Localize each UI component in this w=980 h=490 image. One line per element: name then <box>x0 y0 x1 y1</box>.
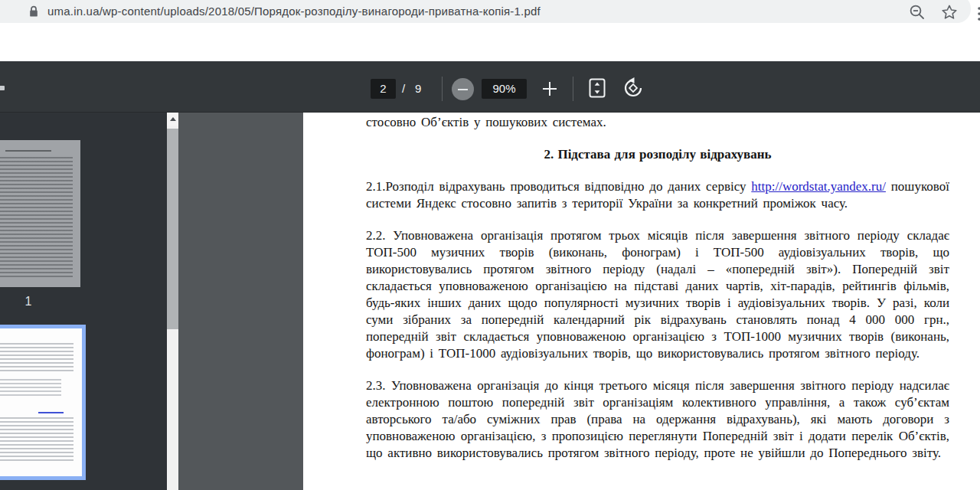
browser-menu-icon[interactable] <box>976 5 980 22</box>
thumbnail-link-line <box>38 412 64 413</box>
thumbnail-text-lines <box>0 379 61 398</box>
scrollbar-up-button[interactable] <box>167 113 178 126</box>
pdf-viewer-area: стосовно Об’єктів у пошукових системах. … <box>178 113 980 490</box>
url-text: uma.in.ua/wp-content/uploads/2018/05/Пор… <box>47 0 541 23</box>
fit-page-icon <box>586 77 608 100</box>
zoom-out-button[interactable] <box>452 78 474 100</box>
page-divider-label: / <box>402 79 405 99</box>
thumbnail-text-lines <box>5 150 51 152</box>
document-text: стосовно Об’єктів у пошукових системах. … <box>366 114 949 477</box>
rotate-counterclockwise-button[interactable] <box>622 77 645 100</box>
thumbnail-text-lines <box>0 343 74 371</box>
thumbnail-text-lines <box>0 157 73 278</box>
toolbar-menu-fragment-icon[interactable] <box>0 86 5 90</box>
page-count-label: 9 <box>415 79 421 99</box>
triangle-up-icon <box>170 117 176 121</box>
thumbnail-page-1-label: 1 <box>0 295 80 309</box>
lock-icon[interactable] <box>28 5 40 18</box>
fit-to-page-button[interactable] <box>586 77 608 100</box>
pdf-page-2: стосовно Об’єктів у пошукових системах. … <box>303 113 980 490</box>
browser-toolbar: uma.in.ua/wp-content/uploads/2018/05/Пор… <box>0 0 980 61</box>
plus-icon <box>539 78 560 100</box>
zoom-in-button[interactable] <box>539 78 560 100</box>
page-zoom-out-icon[interactable] <box>908 3 926 21</box>
toolbar-separator <box>573 77 573 101</box>
paragraph-2-3: 2.3. Уповноважена організація до кінця т… <box>366 377 949 462</box>
page-number-input[interactable]: 2 <box>371 79 396 99</box>
browser-window: uma.in.ua/wp-content/uploads/2018/05/Пор… <box>0 0 980 490</box>
scrollbar-thumb[interactable] <box>167 129 178 329</box>
thumbnail-page-2-selected[interactable] <box>0 325 86 480</box>
sidebar-scrollbar[interactable] <box>167 113 178 490</box>
paragraph-2-2: 2.2. Уповноважена організація протягом т… <box>366 227 949 362</box>
minus-icon <box>458 89 468 90</box>
toolbar-separator <box>442 77 443 101</box>
bookmark-star-icon[interactable] <box>941 4 958 21</box>
paragraph-tail: стосовно Об’єктів у пошукових системах. <box>366 114 949 131</box>
paragraph-2-1: 2.1.Розподіл відрахувань проводиться від… <box>366 178 949 212</box>
thumbnail-text-lines <box>0 417 74 463</box>
paragraph-2-1-text: 2.1.Розподіл відрахувань проводиться від… <box>366 179 751 194</box>
thumbnail-page-1[interactable] <box>0 140 80 287</box>
thumbnail-sidebar: 1 <box>0 113 167 490</box>
zoom-level-display: 90% <box>482 79 527 99</box>
wordstat-link[interactable]: http://wordstat.yandex.ru/ <box>751 179 886 194</box>
section-heading: 2. Підстава для розподілу відрахувань <box>366 146 949 163</box>
rotate-ccw-icon <box>622 77 645 100</box>
pdf-toolbar: 2 / 9 90% <box>0 61 980 113</box>
